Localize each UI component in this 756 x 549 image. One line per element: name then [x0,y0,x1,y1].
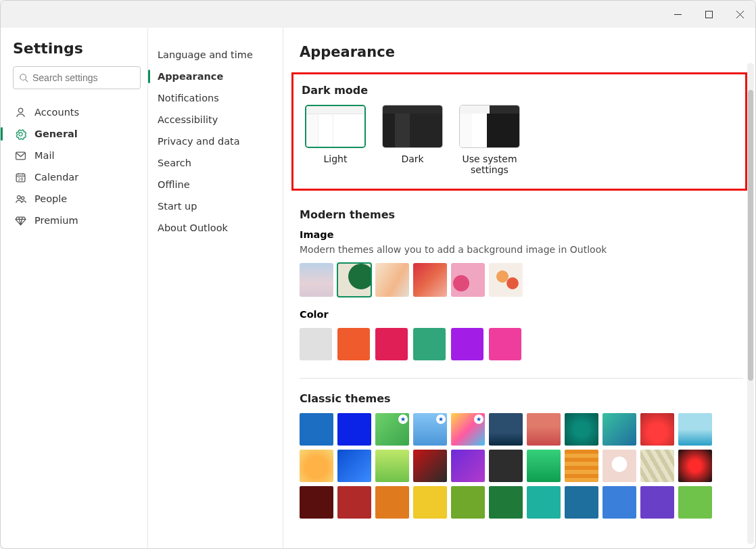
nav-item-people[interactable]: People [13,188,141,210]
classic-theme-swatch[interactable] [337,450,371,482]
nav-item-general[interactable]: General [13,123,141,145]
settings-title: Settings [13,40,141,57]
main-content: Appearance Dark mode Light Dark Use syst… [283,28,755,548]
search-icon [19,73,28,82]
classic-theme-swatch[interactable]: ★ [375,413,409,446]
color-swatch-1[interactable] [300,328,332,360]
nav-item-label: General [34,128,78,139]
nav-item-accounts[interactable]: Accounts [13,101,141,123]
scrollbar-thumb[interactable] [748,90,753,381]
close-button[interactable] [724,3,755,25]
theme-image-4[interactable] [413,263,447,297]
subnav-item-accessibility[interactable]: Accessibility [148,109,276,130]
classic-theme-swatch[interactable] [640,413,674,446]
classic-theme-swatch[interactable] [413,450,447,482]
classic-theme-swatch[interactable] [413,486,447,519]
subnav-item-offline[interactable]: Offline [148,174,276,195]
scrollbar[interactable] [747,63,754,544]
nav-secondary-list: Language and timeAppearanceNotifications… [148,44,276,239]
subnav-item-about-outlook[interactable]: About Outlook [148,217,276,239]
classic-theme-swatch[interactable] [300,413,333,446]
classic-themes-grid: ★★★ [300,413,743,519]
classic-theme-swatch[interactable] [489,486,523,519]
classic-theme-swatch[interactable] [337,413,371,446]
color-subtitle: Color [300,309,743,320]
dark-mode-option-light[interactable]: Light [302,105,369,175]
theme-image-6[interactable] [489,263,523,297]
classic-theme-swatch[interactable] [565,413,598,446]
classic-theme-swatch[interactable] [640,450,674,482]
search-settings-input[interactable] [13,66,141,89]
classic-theme-swatch[interactable] [451,450,485,482]
nav-primary-list: AccountsGeneralMail28CalendarPeoplePremi… [13,101,141,231]
theme-image-5[interactable] [451,263,485,297]
classic-theme-swatch[interactable] [451,486,485,519]
nav-item-mail[interactable]: Mail [13,145,141,166]
svg-point-11 [21,196,24,199]
classic-theme-swatch[interactable] [678,486,712,519]
classic-theme-swatch[interactable] [678,450,712,482]
subnav-item-privacy-and-data[interactable]: Privacy and data [148,130,276,152]
classic-theme-swatch[interactable] [565,486,598,519]
classic-theme-swatch[interactable] [337,486,371,519]
titlebar [1,1,755,28]
subnav-item-notifications[interactable]: Notifications [148,87,276,109]
color-swatch-6[interactable] [489,328,521,360]
dark-mode-option-system[interactable]: Use system settings [456,105,523,175]
theme-image-1[interactable] [300,263,333,297]
dark-mode-options: Light Dark Use system settings [302,105,737,175]
subnav-item-search[interactable]: Search [148,152,276,174]
image-subtitle: Image [300,229,743,240]
classic-themes-title: Classic themes [300,392,743,405]
svg-line-5 [26,80,28,82]
color-swatch-2[interactable] [337,328,370,360]
search-settings-field[interactable] [32,72,151,83]
maximize-button[interactable] [693,3,724,25]
classic-theme-swatch[interactable] [565,450,598,482]
classic-theme-swatch[interactable]: ★ [451,413,485,446]
classic-theme-swatch[interactable] [375,486,409,519]
color-swatch-3[interactable] [375,328,408,360]
classic-theme-swatch[interactable] [640,486,674,519]
minimize-button[interactable] [662,3,693,25]
color-swatch-4[interactable] [413,328,446,360]
modern-theme-colors [300,328,743,360]
classic-theme-swatch[interactable] [489,450,523,482]
light-mode-label: Light [302,153,369,164]
classic-theme-swatch[interactable] [527,486,561,519]
nav-item-calendar[interactable]: 28Calendar [13,166,141,188]
theme-image-2[interactable] [337,263,371,297]
svg-text:28: 28 [18,176,23,181]
classic-theme-swatch[interactable] [678,413,712,446]
svg-rect-1 [705,11,712,18]
modern-theme-images [300,263,743,297]
classic-theme-swatch[interactable] [603,486,636,519]
subnav-item-appearance[interactable]: Appearance [148,66,276,87]
image-description: Modern themes allow you to add a backgro… [300,244,743,255]
classic-theme-swatch[interactable] [375,450,409,482]
gear-icon [13,128,28,140]
classic-theme-swatch[interactable] [603,450,636,482]
subnav-item-start-up[interactable]: Start up [148,195,276,217]
classic-theme-swatch[interactable] [527,450,561,482]
classic-theme-swatch[interactable] [300,450,333,482]
dark-mode-option-dark[interactable]: Dark [379,105,446,175]
svg-point-10 [17,195,20,199]
nav-item-label: Mail [34,150,54,161]
classic-theme-swatch[interactable]: ★ [413,413,447,446]
divider [300,378,743,379]
settings-window: Settings AccountsGeneralMail28CalendarPe… [0,0,756,549]
svg-point-6 [18,108,22,112]
nav-item-label: Calendar [34,172,78,183]
dark-mode-title: Dark mode [302,84,737,97]
nav-item-premium[interactable]: Premium [13,210,141,231]
sidebar-secondary: Language and timeAppearanceNotifications… [148,28,283,548]
sidebar-primary: Settings AccountsGeneralMail28CalendarPe… [1,28,148,548]
classic-theme-swatch[interactable] [603,413,636,446]
classic-theme-swatch[interactable] [300,486,333,519]
subnav-item-language-and-time[interactable]: Language and time [148,44,276,66]
classic-theme-swatch[interactable] [527,413,561,446]
color-swatch-5[interactable] [451,328,483,360]
classic-theme-swatch[interactable] [489,413,523,446]
theme-image-3[interactable] [375,263,409,297]
